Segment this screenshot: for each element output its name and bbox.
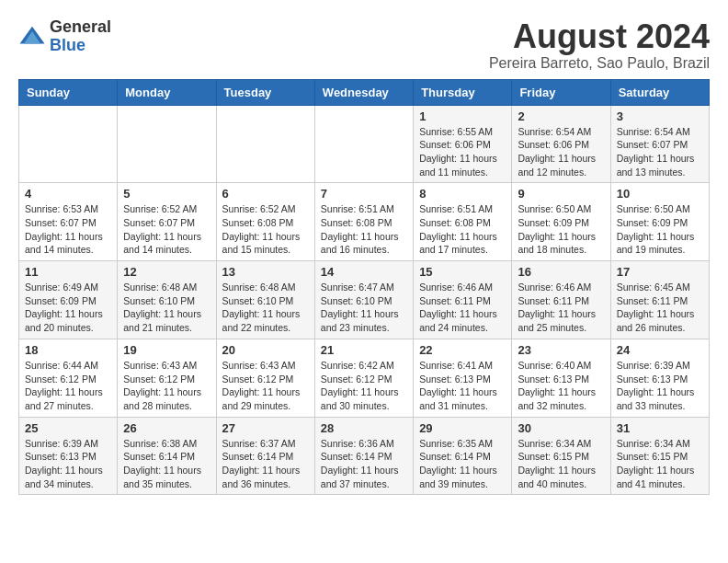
day-info: Sunrise: 6:40 AM Sunset: 6:13 PM Dayligh… (518, 359, 604, 413)
calendar-header: SundayMondayTuesdayWednesdayThursdayFrid… (19, 79, 710, 105)
weekday-header-friday: Friday (512, 79, 610, 105)
day-number: 13 (222, 265, 309, 279)
day-number: 27 (222, 421, 309, 435)
day-number: 9 (518, 187, 604, 201)
calendar-cell (19, 105, 118, 183)
day-info: Sunrise: 6:52 AM Sunset: 6:07 PM Dayligh… (123, 202, 210, 257)
day-info: Sunrise: 6:52 AM Sunset: 6:08 PM Dayligh… (222, 202, 309, 257)
day-info: Sunrise: 6:51 AM Sunset: 6:08 PM Dayligh… (419, 202, 506, 257)
day-number: 5 (123, 187, 210, 201)
calendar-cell: 5Sunrise: 6:52 AM Sunset: 6:07 PM Daylig… (118, 183, 216, 261)
calendar-cell: 23Sunrise: 6:40 AM Sunset: 6:13 PM Dayli… (512, 339, 610, 417)
day-number: 25 (25, 421, 111, 435)
calendar-cell: 10Sunrise: 6:50 AM Sunset: 6:09 PM Dayli… (610, 183, 709, 261)
calendar-cell (314, 105, 413, 183)
day-number: 1 (419, 109, 506, 123)
day-number: 3 (617, 109, 703, 123)
day-number: 8 (419, 187, 506, 201)
day-info: Sunrise: 6:41 AM Sunset: 6:13 PM Dayligh… (419, 359, 506, 413)
calendar-week-5: 25Sunrise: 6:39 AM Sunset: 6:13 PM Dayli… (19, 417, 710, 495)
day-number: 16 (518, 265, 604, 279)
day-info: Sunrise: 6:43 AM Sunset: 6:12 PM Dayligh… (123, 359, 210, 413)
weekday-header-thursday: Thursday (414, 79, 512, 105)
weekday-header-sunday: Sunday (19, 79, 118, 105)
day-number: 31 (617, 421, 703, 435)
page-header: General Blue August 2024 Pereira Barreto… (18, 18, 710, 72)
day-number: 7 (321, 187, 407, 201)
calendar-body: 1Sunrise: 6:55 AM Sunset: 6:06 PM Daylig… (19, 105, 710, 495)
calendar-cell: 1Sunrise: 6:55 AM Sunset: 6:06 PM Daylig… (414, 105, 512, 183)
day-info: Sunrise: 6:54 AM Sunset: 6:07 PM Dayligh… (617, 125, 703, 179)
weekday-header-row: SundayMondayTuesdayWednesdayThursdayFrid… (19, 79, 710, 105)
calendar-cell: 18Sunrise: 6:44 AM Sunset: 6:12 PM Dayli… (19, 339, 118, 417)
day-info: Sunrise: 6:38 AM Sunset: 6:14 PM Dayligh… (123, 437, 210, 491)
weekday-header-monday: Monday (118, 79, 216, 105)
day-number: 28 (321, 421, 407, 435)
calendar-cell: 6Sunrise: 6:52 AM Sunset: 6:08 PM Daylig… (216, 183, 314, 261)
calendar-cell: 19Sunrise: 6:43 AM Sunset: 6:12 PM Dayli… (118, 339, 216, 417)
calendar-week-3: 11Sunrise: 6:49 AM Sunset: 6:09 PM Dayli… (19, 261, 710, 339)
weekday-header-wednesday: Wednesday (314, 79, 413, 105)
day-info: Sunrise: 6:39 AM Sunset: 6:13 PM Dayligh… (25, 437, 111, 491)
calendar-cell (118, 105, 216, 183)
day-info: Sunrise: 6:48 AM Sunset: 6:10 PM Dayligh… (222, 281, 309, 335)
calendar-cell: 17Sunrise: 6:45 AM Sunset: 6:11 PM Dayli… (610, 261, 709, 339)
logo-text: General Blue (50, 18, 111, 55)
logo-general: General (50, 18, 111, 37)
day-info: Sunrise: 6:49 AM Sunset: 6:09 PM Dayligh… (25, 281, 111, 335)
day-info: Sunrise: 6:50 AM Sunset: 6:09 PM Dayligh… (617, 202, 703, 257)
calendar-cell: 14Sunrise: 6:47 AM Sunset: 6:10 PM Dayli… (314, 261, 413, 339)
day-info: Sunrise: 6:54 AM Sunset: 6:06 PM Dayligh… (518, 125, 604, 179)
day-number: 4 (25, 187, 111, 201)
calendar-cell: 26Sunrise: 6:38 AM Sunset: 6:14 PM Dayli… (118, 417, 216, 495)
calendar-cell: 12Sunrise: 6:48 AM Sunset: 6:10 PM Dayli… (118, 261, 216, 339)
calendar-cell: 9Sunrise: 6:50 AM Sunset: 6:09 PM Daylig… (512, 183, 610, 261)
day-number: 21 (321, 343, 407, 357)
day-number: 6 (222, 187, 309, 201)
logo-blue: Blue (50, 37, 111, 55)
day-number: 11 (25, 265, 111, 279)
calendar-cell: 21Sunrise: 6:42 AM Sunset: 6:12 PM Dayli… (314, 339, 413, 417)
day-info: Sunrise: 6:36 AM Sunset: 6:14 PM Dayligh… (321, 437, 407, 491)
day-info: Sunrise: 6:55 AM Sunset: 6:06 PM Dayligh… (419, 125, 506, 179)
calendar-cell: 15Sunrise: 6:46 AM Sunset: 6:11 PM Dayli… (414, 261, 512, 339)
calendar-cell: 20Sunrise: 6:43 AM Sunset: 6:12 PM Dayli… (216, 339, 314, 417)
calendar-week-2: 4Sunrise: 6:53 AM Sunset: 6:07 PM Daylig… (19, 183, 710, 261)
logo-icon (18, 23, 46, 51)
day-info: Sunrise: 6:46 AM Sunset: 6:11 PM Dayligh… (518, 281, 604, 335)
calendar-cell: 28Sunrise: 6:36 AM Sunset: 6:14 PM Dayli… (314, 417, 413, 495)
location: Pereira Barreto, Sao Paulo, Brazil (489, 55, 710, 72)
calendar-cell: 2Sunrise: 6:54 AM Sunset: 6:06 PM Daylig… (512, 105, 610, 183)
day-info: Sunrise: 6:50 AM Sunset: 6:09 PM Dayligh… (518, 202, 604, 257)
day-info: Sunrise: 6:42 AM Sunset: 6:12 PM Dayligh… (321, 359, 407, 413)
day-info: Sunrise: 6:39 AM Sunset: 6:13 PM Dayligh… (617, 359, 703, 413)
calendar-week-1: 1Sunrise: 6:55 AM Sunset: 6:06 PM Daylig… (19, 105, 710, 183)
calendar-cell: 27Sunrise: 6:37 AM Sunset: 6:14 PM Dayli… (216, 417, 314, 495)
calendar-cell: 3Sunrise: 6:54 AM Sunset: 6:07 PM Daylig… (610, 105, 709, 183)
day-number: 18 (25, 343, 111, 357)
calendar-cell: 29Sunrise: 6:35 AM Sunset: 6:14 PM Dayli… (414, 417, 512, 495)
day-number: 23 (518, 343, 604, 357)
calendar-week-4: 18Sunrise: 6:44 AM Sunset: 6:12 PM Dayli… (19, 339, 710, 417)
day-info: Sunrise: 6:34 AM Sunset: 6:15 PM Dayligh… (617, 437, 703, 491)
day-info: Sunrise: 6:45 AM Sunset: 6:11 PM Dayligh… (617, 281, 703, 335)
day-number: 22 (419, 343, 506, 357)
weekday-header-saturday: Saturday (610, 79, 709, 105)
day-number: 12 (123, 265, 210, 279)
calendar-cell: 13Sunrise: 6:48 AM Sunset: 6:10 PM Dayli… (216, 261, 314, 339)
day-number: 10 (617, 187, 703, 201)
calendar-cell: 11Sunrise: 6:49 AM Sunset: 6:09 PM Dayli… (19, 261, 118, 339)
title-block: August 2024 Pereira Barreto, Sao Paulo, … (489, 18, 710, 72)
day-number: 26 (123, 421, 210, 435)
logo: General Blue (18, 18, 111, 55)
calendar-cell: 8Sunrise: 6:51 AM Sunset: 6:08 PM Daylig… (414, 183, 512, 261)
day-number: 29 (419, 421, 506, 435)
calendar-cell: 4Sunrise: 6:53 AM Sunset: 6:07 PM Daylig… (19, 183, 118, 261)
day-info: Sunrise: 6:53 AM Sunset: 6:07 PM Dayligh… (25, 202, 111, 257)
day-number: 19 (123, 343, 210, 357)
day-number: 20 (222, 343, 309, 357)
day-info: Sunrise: 6:44 AM Sunset: 6:12 PM Dayligh… (25, 359, 111, 413)
day-info: Sunrise: 6:35 AM Sunset: 6:14 PM Dayligh… (419, 437, 506, 491)
calendar-cell: 22Sunrise: 6:41 AM Sunset: 6:13 PM Dayli… (414, 339, 512, 417)
day-info: Sunrise: 6:37 AM Sunset: 6:14 PM Dayligh… (222, 437, 309, 491)
